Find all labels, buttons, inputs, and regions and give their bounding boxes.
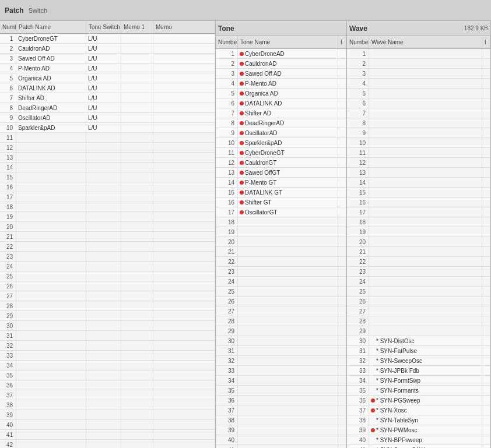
wave-row[interactable]: 38 * SYN-TableSyn xyxy=(347,415,490,425)
patch-row[interactable]: 5 Organica AD L/U xyxy=(0,73,215,83)
tone-row[interactable]: 32 xyxy=(216,356,346,366)
wave-row[interactable]: 19 xyxy=(347,227,490,237)
patch-row[interactable]: 41 xyxy=(0,430,215,440)
wave-row[interactable]: 22 xyxy=(347,257,490,267)
wave-row[interactable]: 11 xyxy=(347,148,490,158)
wave-row[interactable]: 10 xyxy=(347,138,490,148)
tone-row[interactable]: 7 Shifter AD xyxy=(216,108,346,118)
patch-row[interactable]: 3 Sawed Off AD L/U xyxy=(0,54,215,64)
patch-row[interactable]: 20 xyxy=(0,222,215,232)
wave-row[interactable]: 20 xyxy=(347,237,490,247)
patch-row[interactable]: 40 xyxy=(0,420,215,430)
patch-row[interactable]: 28 xyxy=(0,301,215,311)
patch-rows-container[interactable]: 1 CyberDroneGT L/U 2 CauldronAD L/U 3 Sa… xyxy=(0,34,215,448)
tone-row[interactable]: 16 Shifter GT xyxy=(216,197,346,207)
patch-row[interactable]: 39 xyxy=(0,410,215,420)
tone-row[interactable]: 15 DATALINK GT xyxy=(216,188,346,197)
wave-row[interactable]: 2 xyxy=(347,59,490,69)
tone-row[interactable]: 9 OscillatorAD xyxy=(216,128,346,138)
tone-row[interactable]: 30 xyxy=(216,336,346,346)
patch-row[interactable]: 4 P-Mento AD L/U xyxy=(0,64,215,73)
wave-row[interactable]: 17 xyxy=(347,207,490,217)
wave-row[interactable]: 28 xyxy=(347,316,490,326)
tone-row[interactable]: 34 xyxy=(216,376,346,386)
wave-row[interactable]: 32 * SYN-SweepOsc xyxy=(347,356,490,366)
wave-row[interactable]: 29 xyxy=(347,326,490,336)
tone-row[interactable]: 27 xyxy=(216,306,346,316)
patch-row[interactable]: 42 xyxy=(0,440,215,448)
patch-row[interactable]: 7 Shifter AD L/U xyxy=(0,93,215,103)
patch-row[interactable]: 36 xyxy=(0,380,215,390)
tone-row[interactable]: 28 xyxy=(216,316,346,326)
tone-row[interactable]: 21 xyxy=(216,247,346,257)
tone-row[interactable]: 26 xyxy=(216,297,346,306)
wave-row[interactable]: 1 xyxy=(347,49,490,59)
tone-row[interactable]: 40 xyxy=(216,435,346,445)
tone-row[interactable]: 6 DATALINK AD xyxy=(216,98,346,108)
wave-row[interactable]: 15 xyxy=(347,188,490,197)
patch-row[interactable]: 8 DeadRingerAD L/U xyxy=(0,103,215,113)
wave-row[interactable]: 21 xyxy=(347,247,490,257)
tone-row[interactable]: 29 xyxy=(216,326,346,336)
tone-row[interactable]: 14 P-Mento GT xyxy=(216,178,346,188)
tone-row[interactable]: 12 CauldronGT xyxy=(216,158,346,168)
tone-row[interactable]: 10 Sparkler&pAD xyxy=(216,138,346,148)
tone-row[interactable]: 35 xyxy=(216,386,346,396)
tone-row[interactable]: 18 xyxy=(216,217,346,227)
wave-row[interactable]: 35 * SYN-Formants xyxy=(347,386,490,396)
patch-row[interactable]: 33 xyxy=(0,351,215,361)
tone-rows-container[interactable]: 1 CyberDroneAD 2 CauldronAD 3 Sawed Off … xyxy=(216,49,346,448)
tone-row[interactable]: 3 Sawed Off AD xyxy=(216,69,346,79)
patch-row[interactable]: 27 xyxy=(0,291,215,301)
wave-row[interactable]: 7 xyxy=(347,108,490,118)
tone-row[interactable]: 17 OscillatorGT xyxy=(216,207,346,217)
patch-row[interactable]: 13 xyxy=(0,153,215,163)
tone-row[interactable]: 23 xyxy=(216,267,346,277)
wave-row[interactable]: 18 xyxy=(347,217,490,227)
tone-row[interactable]: 24 xyxy=(216,277,346,287)
wave-row[interactable]: 23 xyxy=(347,267,490,277)
patch-row[interactable]: 9 OscillatorAD L/U xyxy=(0,113,215,123)
wave-row[interactable]: 16 xyxy=(347,197,490,207)
wave-row[interactable]: 12 xyxy=(347,158,490,168)
wave-row[interactable]: 26 xyxy=(347,297,490,306)
patch-row[interactable]: 6 DATALINK AD L/U xyxy=(0,83,215,93)
tone-row[interactable]: 25 xyxy=(216,287,346,297)
tone-row[interactable]: 2 CauldronAD xyxy=(216,59,346,69)
wave-row[interactable]: 36 * SYN-PGSweep xyxy=(347,396,490,405)
patch-row[interactable]: 21 xyxy=(0,232,215,242)
wave-row[interactable]: 33 * SYN-JPBk Fdb xyxy=(347,366,490,376)
patch-row[interactable]: 35 xyxy=(0,371,215,380)
wave-row[interactable]: 6 xyxy=(347,98,490,108)
tone-row[interactable]: 37 xyxy=(216,405,346,415)
wave-row[interactable]: 4 xyxy=(347,79,490,89)
wave-row[interactable]: 14 xyxy=(347,178,490,188)
patch-row[interactable]: 2 CauldronAD L/U xyxy=(0,44,215,54)
tone-row[interactable]: 8 DeadRingerAD xyxy=(216,118,346,128)
wave-row[interactable]: 34 * SYN-FormtSwp xyxy=(347,376,490,386)
patch-row[interactable]: 29 xyxy=(0,311,215,321)
wave-rows-container[interactable]: 1 2 3 4 5 6 7 8 9 10 11 xyxy=(347,49,490,448)
tone-row[interactable]: 19 xyxy=(216,227,346,237)
wave-row[interactable]: 9 xyxy=(347,128,490,138)
wave-row[interactable]: 39 * SYN-PWMosc xyxy=(347,425,490,435)
tone-row[interactable]: 36 xyxy=(216,396,346,405)
patch-row[interactable]: 17 xyxy=(0,192,215,202)
patch-row[interactable]: 37 xyxy=(0,390,215,400)
wave-row[interactable]: 5 xyxy=(347,89,490,98)
patch-row[interactable]: 10 Sparkler&pAD L/U xyxy=(0,123,215,133)
patch-row[interactable]: 30 xyxy=(0,321,215,331)
tone-row[interactable]: 4 P-Mento AD xyxy=(216,79,346,89)
tone-row[interactable]: 20 xyxy=(216,237,346,247)
patch-row[interactable]: 34 xyxy=(0,361,215,371)
wave-row[interactable]: 8 xyxy=(347,118,490,128)
wave-row[interactable]: 30 * SYN-DistOsc xyxy=(347,336,490,346)
patch-row[interactable]: 31 xyxy=(0,331,215,341)
patch-row[interactable]: 19 xyxy=(0,212,215,222)
wave-row[interactable]: 31 * SYN-FatPulse xyxy=(347,346,490,356)
patch-row[interactable]: 14 xyxy=(0,163,215,172)
tone-row[interactable]: 13 Sawed OffGT xyxy=(216,168,346,178)
wave-row[interactable]: 27 xyxy=(347,306,490,316)
tone-row[interactable]: 38 xyxy=(216,415,346,425)
tone-row[interactable]: 31 xyxy=(216,346,346,356)
